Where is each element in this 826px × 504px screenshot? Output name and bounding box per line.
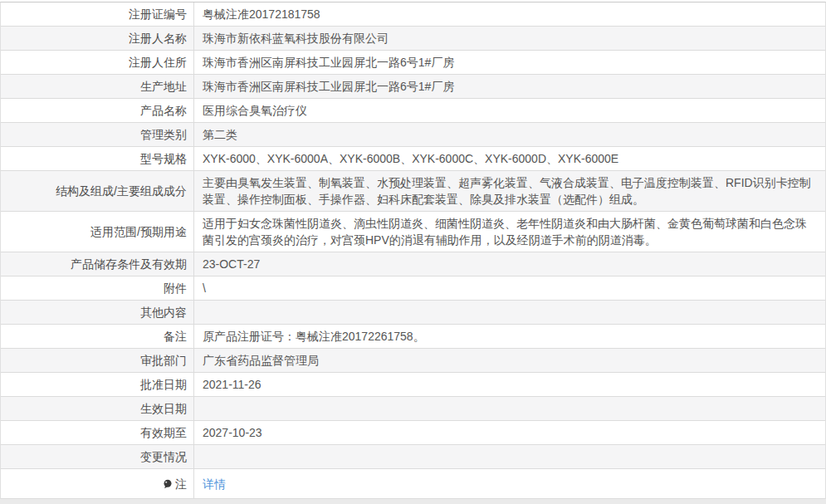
page-background-strip [0,499,826,504]
row-label: 变更情况 [1,445,194,468]
table-row: 管理类别 第二类 [1,123,825,147]
row-label: 生效日期 [1,397,194,420]
table-row: 注册人住所 珠海市香洲区南屏科技工业园屏北一路6号1#厂房 [1,51,825,75]
row-value: 医用综合臭氧治疗仪 [203,102,307,119]
table-row: 注册人名称 珠海市新依科蓝氧科技股份有限公司 [1,27,825,51]
table-row: 备注 原产品注册证号：粤械注准20172261758。 [1,325,825,349]
row-value-cell: 2027-10-23 [194,421,825,444]
row-value-cell [194,445,825,468]
row-value-cell [194,397,825,420]
row-value-cell: \ [194,276,825,300]
table-row: 注 详情 [1,469,825,499]
table-row: 审批部门 广东省药品监督管理局 [1,349,825,373]
row-label: 注册人住所 [1,51,194,74]
row-value: 23-OCT-27 [203,256,260,272]
row-value: 珠海市香洲区南屏科技工业园屏北一路6号1#厂房 [203,54,454,71]
row-value-cell: 广东省药品监督管理局 [194,349,825,372]
row-value-cell: 第二类 [194,123,825,146]
row-value: 珠海市新依科蓝氧科技股份有限公司 [203,30,389,46]
row-value: 原产品注册证号：粤械注准20172261758。 [203,328,425,345]
table-row: 有效期至 2027-10-23 [1,421,825,445]
row-label: 产品名称 [1,99,194,122]
table-row: 产品名称 医用综合臭氧治疗仪 [1,99,825,123]
registration-detail-page: 注册证编号 粤械注准20172181758 注册人名称 珠海市新依科蓝氧科技股份… [0,2,826,504]
table-row: 适用范围/预期用途 适用于妇女念珠菌性阴道炎、滴虫性阴道炎、细菌性阴道炎、老年性… [1,212,825,252]
row-label: 其他内容 [1,301,194,324]
table-row: 生效日期 [1,397,825,421]
row-value: 主要由臭氧发生装置、制氧装置、水预处理装置、超声雾化装置、气液合成装置、电子温度… [203,174,815,208]
row-value-cell: XYK-6000、XYK-6000A、XYK-6000B、XYK-6000C、X… [194,147,825,170]
row-label: 有效期至 [1,421,194,444]
row-value: 广东省药品监督管理局 [203,352,319,369]
row-value: \ [203,280,206,296]
row-label: 备注 [1,325,194,348]
table-row: 附件 \ [1,276,825,301]
row-value: 珠海市香洲区南屏科技工业园屏北一路6号1#厂房 [203,78,454,95]
speech-balloon-icon [163,479,173,489]
table-row: 批准日期 2021-11-26 [1,373,825,397]
row-label: 注册证编号 [1,2,194,26]
row-label: 批准日期 [1,373,194,396]
row-value: XYK-6000、XYK-6000A、XYK-6000B、XYK-6000C、X… [203,150,618,167]
table-row: 型号规格 XYK-6000、XYK-6000A、XYK-6000B、XYK-60… [1,147,825,171]
table-row: 生产地址 珠海市香洲区南屏科技工业园屏北一路6号1#厂房 [1,75,825,99]
row-label: 管理类别 [1,123,194,146]
row-label: 适用范围/预期用途 [1,212,194,252]
row-label: 结构及组成/主要组成成分 [1,171,194,211]
table-row: 结构及组成/主要组成成分 主要由臭氧发生装置、制氧装置、水预处理装置、超声雾化装… [1,171,825,212]
row-value-cell: 原产品注册证号：粤械注准20172261758。 [194,325,825,348]
row-value: 适用于妇女念珠菌性阴道炎、滴虫性阴道炎、细菌性阴道炎、老年性阴道炎和由大肠杆菌、… [203,215,815,248]
row-label: 型号规格 [1,147,194,170]
row-label: 注册人名称 [1,27,194,50]
row-value-cell: 珠海市香洲区南屏科技工业园屏北一路6号1#厂房 [194,75,825,98]
row-value: 第二类 [203,126,237,143]
row-value-cell: 2021-11-26 [194,373,825,396]
row-label: 产品储存条件及有效期 [1,252,194,276]
table-row: 变更情况 [1,445,825,469]
row-label: 生产地址 [1,75,194,98]
row-value-cell [194,301,825,324]
row-value: 2021-11-26 [203,376,261,393]
row-value-cell: 23-OCT-27 [194,252,825,276]
row-label: 附件 [1,276,194,300]
registration-info-table: 注册证编号 粤械注准20172181758 注册人名称 珠海市新依科蓝氧科技股份… [0,2,826,499]
table-row: 注册证编号 粤械注准20172181758 [1,2,825,27]
detail-link[interactable]: 详情 [203,476,226,492]
row-value: 粤械注准20172181758 [203,6,320,22]
row-value-cell: 珠海市香洲区南屏科技工业园屏北一路6号1#厂房 [194,51,825,74]
table-row: 产品储存条件及有效期 23-OCT-27 [1,252,825,276]
row-value-cell: 详情 [194,469,825,498]
row-value-cell: 主要由臭氧发生装置、制氧装置、水预处理装置、超声雾化装置、气液合成装置、电子温度… [194,171,825,211]
row-label: 注 [1,469,194,498]
table-row: 其他内容 [1,301,825,325]
row-value-cell: 医用综合臭氧治疗仪 [194,99,825,122]
row-value-cell: 适用于妇女念珠菌性阴道炎、滴虫性阴道炎、细菌性阴道炎、老年性阴道炎和由大肠杆菌、… [194,212,825,252]
row-value: 2027-10-23 [203,424,262,441]
row-value-cell: 珠海市新依科蓝氧科技股份有限公司 [194,27,825,50]
row-label: 审批部门 [1,349,194,372]
row-value-cell: 粤械注准20172181758 [194,2,825,26]
